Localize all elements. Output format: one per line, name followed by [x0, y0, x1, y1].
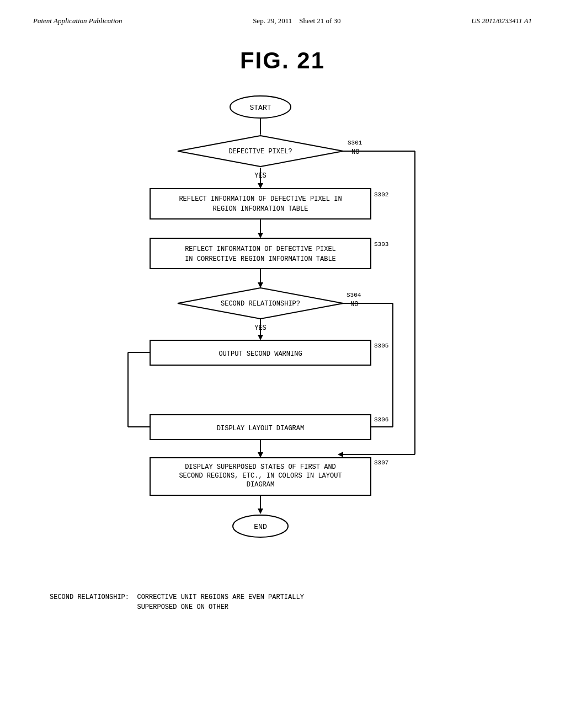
flowchart-wrapper: START DEFECTIVE PIXEL? S301 NO YES — [33, 90, 532, 576]
footer-note-text: SECOND RELATIONSHIP: CORRECTIVE UNIT REG… — [50, 593, 304, 611]
s306-steplabel: S306 — [374, 416, 388, 423]
header-patent-number: US 2011/0233411 A1 — [471, 17, 532, 25]
decision2-label: SECOND RELATIONSHIP? — [221, 300, 300, 308]
no2-label: NO — [350, 301, 358, 308]
s303-line1: REFLECT INFORMATION OF DEFECTIVE PIXEL — [185, 245, 336, 253]
s307-line1: DISPLAY SUPERPOSED STATES OF FIRST AND — [185, 463, 336, 471]
no1-arrowhead — [338, 452, 343, 457]
s306-label-text: DISPLAY LAYOUT DIAGRAM — [217, 425, 304, 432]
s307-line3: DIAGRAM — [247, 481, 274, 489]
arrow6 — [258, 508, 263, 514]
s301-label: S301 — [348, 140, 363, 146]
s307-line2: SECOND REGIONS, ETC., IN COLORS IN LAYOU… — [179, 472, 342, 480]
decision1-label: DEFECTIVE PIXEL? — [228, 148, 292, 156]
header-publication-label: Patent Application Publication — [33, 17, 122, 25]
arrow3 — [258, 282, 263, 288]
start-label: START — [249, 104, 271, 112]
s307-steplabel: S307 — [374, 459, 388, 466]
s302-steplabel: S302 — [374, 191, 388, 198]
s303-steplabel: S303 — [374, 241, 388, 248]
footer-note: SECOND RELATIONSHIP: CORRECTIVE UNIT REG… — [33, 592, 532, 612]
s303-shape — [150, 238, 371, 269]
s302-line1: REFLECT INFORMATION OF DEFECTIVE PIXEL I… — [179, 195, 342, 203]
s302-shape — [150, 189, 371, 219]
header-date: Sep. 29, 2011 — [253, 17, 292, 25]
arrow1 — [258, 183, 263, 189]
page: Patent Application Publication Sep. 29, … — [0, 0, 565, 728]
flowchart-svg: START DEFECTIVE PIXEL? S301 NO YES — [89, 90, 476, 576]
s302-line2: REGION INFORMATION TABLE — [213, 205, 308, 213]
s305-label-text: OUTPUT SECOND WARNING — [218, 350, 302, 358]
arrow5 — [258, 452, 263, 458]
s303-line2: IN CORRECTIVE REGION INFORMATION TABLE — [185, 255, 336, 263]
no1-label: NO — [351, 148, 359, 156]
page-header: Patent Application Publication Sep. 29, … — [33, 17, 532, 25]
header-date-sheet: Sep. 29, 2011 Sheet 21 of 30 — [253, 17, 341, 25]
arrow4 — [258, 335, 263, 340]
s305-steplabel: S305 — [374, 342, 388, 349]
arrow2 — [258, 233, 263, 238]
figure-title: FIG. 21 — [33, 47, 532, 74]
header-sheet: Sheet 21 of 30 — [299, 17, 340, 25]
end-label: END — [254, 523, 267, 531]
s304-label: S304 — [347, 292, 361, 298]
